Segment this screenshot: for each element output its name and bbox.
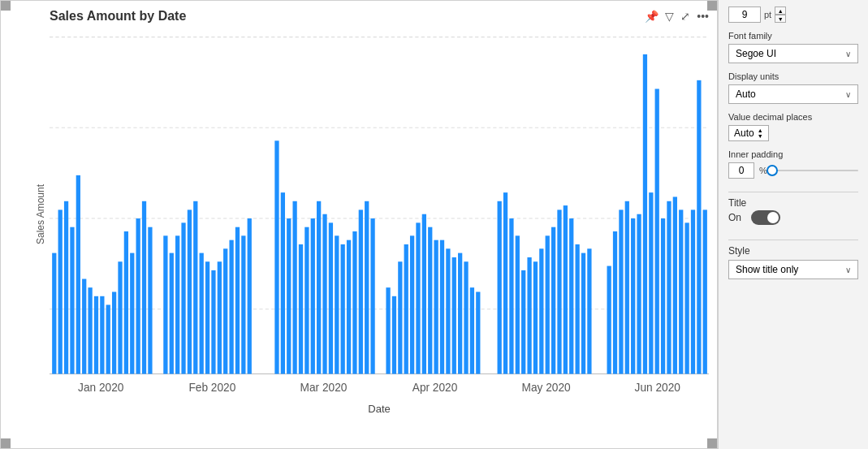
filter-icon[interactable]: ▽ bbox=[665, 10, 674, 23]
svg-rect-44 bbox=[292, 201, 296, 374]
resize-handle-tr[interactable] bbox=[707, 1, 717, 11]
value-decimal-input[interactable]: Auto ▲ ▼ bbox=[728, 125, 769, 141]
pin-icon[interactable]: 📌 bbox=[645, 10, 659, 23]
svg-rect-31 bbox=[193, 201, 197, 374]
svg-rect-99 bbox=[661, 218, 665, 373]
font-family-dropdown[interactable]: Segoe UI ∨ bbox=[728, 44, 858, 63]
svg-rect-84 bbox=[557, 209, 561, 373]
inner-padding-label: Inner padding bbox=[728, 149, 858, 159]
svg-rect-100 bbox=[667, 201, 671, 374]
svg-rect-56 bbox=[365, 201, 369, 374]
y-axis-label: Sales Amount bbox=[35, 184, 46, 244]
svg-rect-71 bbox=[464, 261, 468, 373]
svg-rect-10 bbox=[58, 209, 63, 373]
slider-track bbox=[772, 170, 858, 171]
title-toggle[interactable] bbox=[751, 210, 780, 225]
svg-rect-70 bbox=[458, 253, 462, 374]
svg-rect-24 bbox=[142, 201, 146, 374]
svg-rect-74 bbox=[498, 201, 502, 374]
svg-text:Jun 2020: Jun 2020 bbox=[635, 382, 681, 394]
inner-padding-slider[interactable] bbox=[772, 164, 858, 177]
svg-rect-20 bbox=[118, 261, 122, 373]
font-size-down[interactable]: ▼ bbox=[775, 15, 786, 23]
chart-svg: $0.6M $0.4M $0.2M $0.0M bbox=[50, 28, 709, 399]
font-family-chevron: ∨ bbox=[845, 50, 851, 58]
svg-rect-82 bbox=[546, 235, 550, 373]
svg-rect-98 bbox=[655, 89, 659, 373]
svg-rect-38 bbox=[235, 227, 240, 374]
svg-rect-51 bbox=[335, 235, 339, 373]
font-size-input[interactable]: 9 bbox=[728, 6, 761, 23]
toggle-thumb bbox=[767, 212, 779, 223]
style-chevron: ∨ bbox=[845, 266, 851, 274]
svg-text:Apr 2020: Apr 2020 bbox=[412, 382, 458, 394]
svg-rect-35 bbox=[218, 261, 222, 373]
resize-handle-br[interactable] bbox=[707, 438, 717, 448]
svg-rect-87 bbox=[575, 244, 579, 374]
svg-text:May 2020: May 2020 bbox=[522, 382, 571, 394]
title-on-label: On bbox=[728, 212, 741, 223]
svg-rect-83 bbox=[551, 227, 555, 374]
decimal-up[interactable]: ▲ bbox=[758, 127, 763, 133]
svg-text:Mar 2020: Mar 2020 bbox=[300, 382, 348, 394]
svg-rect-43 bbox=[287, 218, 291, 373]
svg-rect-66 bbox=[434, 240, 438, 374]
value-decimal-label: Value decimal places bbox=[728, 112, 858, 122]
svg-rect-47 bbox=[311, 218, 315, 373]
resize-handle-tl[interactable] bbox=[1, 1, 11, 11]
toggle-track[interactable] bbox=[751, 210, 780, 225]
chart-area: Sales Amount $0.6M $0.4M $0.2M $0.0M bbox=[50, 28, 709, 399]
decimal-down[interactable]: ▼ bbox=[758, 133, 763, 139]
svg-rect-91 bbox=[613, 231, 617, 374]
expand-icon[interactable]: ⤢ bbox=[680, 10, 690, 23]
chart-header: Sales Amount by Date 📌 ▽ ⤢ ••• bbox=[50, 9, 709, 24]
value-decimal-section: Value decimal places Auto ▲ ▼ bbox=[728, 112, 858, 141]
style-dropdown[interactable]: Show title only ∨ bbox=[728, 260, 858, 279]
svg-rect-61 bbox=[404, 244, 408, 374]
svg-rect-59 bbox=[392, 296, 396, 374]
title-section: Title On bbox=[728, 197, 858, 227]
svg-rect-17 bbox=[100, 296, 104, 374]
svg-rect-67 bbox=[440, 240, 444, 374]
resize-handle-bl[interactable] bbox=[1, 438, 11, 448]
chart-title: Sales Amount by Date bbox=[50, 9, 186, 24]
svg-rect-86 bbox=[569, 218, 573, 373]
svg-rect-37 bbox=[229, 240, 233, 374]
svg-rect-73 bbox=[476, 291, 480, 373]
svg-rect-78 bbox=[521, 270, 525, 374]
svg-rect-65 bbox=[428, 227, 432, 374]
svg-rect-26 bbox=[163, 235, 167, 373]
svg-rect-36 bbox=[223, 248, 227, 373]
more-options-icon[interactable]: ••• bbox=[697, 10, 709, 23]
svg-rect-88 bbox=[581, 253, 585, 374]
svg-rect-81 bbox=[539, 248, 543, 373]
svg-rect-105 bbox=[697, 80, 701, 374]
svg-text:Feb 2020: Feb 2020 bbox=[188, 382, 235, 394]
svg-rect-80 bbox=[533, 261, 538, 373]
font-size-up[interactable]: ▲ bbox=[775, 6, 786, 15]
svg-rect-41 bbox=[274, 140, 279, 373]
title-row: Title bbox=[728, 197, 858, 209]
svg-rect-45 bbox=[299, 244, 303, 374]
inner-padding-input[interactable]: 0 bbox=[728, 162, 754, 179]
svg-rect-101 bbox=[673, 196, 677, 373]
display-units-section: Display units Auto ∨ bbox=[728, 71, 858, 104]
inner-padding-section: Inner padding 0 % bbox=[728, 149, 858, 179]
svg-rect-106 bbox=[703, 209, 707, 373]
svg-rect-64 bbox=[422, 214, 426, 374]
svg-rect-33 bbox=[205, 261, 209, 373]
right-panel: 9 pt ▲ ▼ Font family Segoe UI ∨ Display … bbox=[718, 0, 868, 449]
svg-rect-28 bbox=[175, 235, 179, 373]
chart-toolbar: 📌 ▽ ⤢ ••• bbox=[645, 10, 709, 23]
title-section-label: Title bbox=[728, 197, 746, 209]
svg-rect-96 bbox=[643, 54, 647, 374]
svg-rect-77 bbox=[516, 235, 520, 373]
svg-rect-22 bbox=[130, 253, 134, 374]
svg-rect-13 bbox=[76, 175, 80, 374]
display-units-dropdown[interactable]: Auto ∨ bbox=[728, 84, 858, 104]
svg-rect-9 bbox=[52, 253, 56, 374]
svg-rect-62 bbox=[410, 235, 414, 373]
style-section: Style Show title only ∨ bbox=[728, 245, 858, 279]
slider-thumb[interactable] bbox=[767, 165, 778, 176]
font-size-section: 9 pt ▲ ▼ bbox=[728, 6, 858, 23]
